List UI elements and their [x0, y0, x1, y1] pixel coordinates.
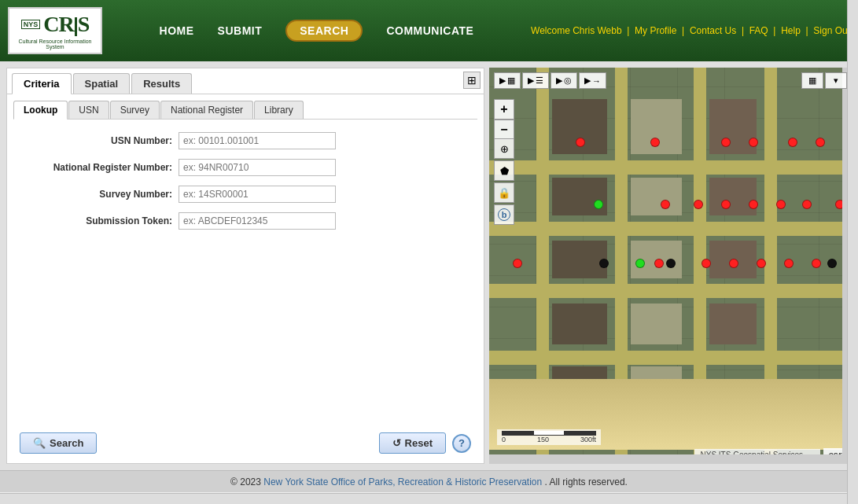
- map-dropdown-btn[interactable]: ▾: [825, 72, 847, 89]
- lookup-tab-national-register[interactable]: National Register: [160, 101, 253, 119]
- lookup-tab-library[interactable]: Library: [254, 101, 304, 119]
- marker-15[interactable]: [654, 259, 664, 268]
- survey-number-input[interactable]: [179, 186, 336, 203]
- target-icon: ◎: [564, 75, 572, 86]
- lock-tool-btn[interactable]: 🔒: [494, 182, 514, 203]
- grid-icon: ▦: [808, 75, 816, 86]
- marker-1[interactable]: [576, 138, 585, 147]
- logo: NYS CRS Cultural Resource Information Sy…: [8, 7, 102, 54]
- marker-12[interactable]: [802, 200, 812, 209]
- marker-6[interactable]: [816, 138, 825, 147]
- tab-spatial[interactable]: Spatial: [73, 73, 131, 94]
- list-arrow-icon: ▶: [528, 75, 534, 86]
- tab-criteria[interactable]: Criteria: [12, 73, 72, 94]
- panel-collapse-button[interactable]: ⊞: [463, 72, 481, 89]
- b-tool-btn[interactable]: b: [494, 204, 514, 225]
- my-profile-link[interactable]: My Profile: [635, 25, 676, 36]
- form-area: USN Number: National Register Number: Su…: [7, 120, 484, 252]
- map-scrollbar-bottom[interactable]: [489, 454, 842, 464]
- search-btn-icon: 🔍: [33, 437, 46, 449]
- footer-copyright: © 2023: [230, 476, 263, 487]
- map-toolbar: ▶ ▦ ▶ ☰ ▶ ◎ ▶ → ▦: [494, 72, 847, 89]
- tab-results[interactable]: Results: [131, 73, 192, 94]
- magnify-icon: ⊕: [500, 143, 509, 155]
- b-icon: b: [498, 208, 510, 221]
- marker-b2[interactable]: [666, 259, 676, 268]
- footer-rights: . All rights reserved.: [545, 476, 628, 487]
- map-list-btn[interactable]: ▶ ☰: [522, 72, 549, 89]
- submission-token-row: Submission Token:: [23, 212, 468, 230]
- usn-number-input[interactable]: [179, 132, 336, 149]
- map-tool-group-left: ▶ ▦ ▶ ☰ ▶ ◎ ▶ →: [494, 72, 606, 89]
- lookup-tab-survey[interactable]: Survey: [110, 101, 160, 119]
- marker-3[interactable]: [721, 138, 731, 147]
- survey-number-row: Survey Number:: [23, 186, 468, 203]
- help-button[interactable]: ?: [452, 434, 471, 453]
- marker-16[interactable]: [701, 259, 711, 268]
- map-scale: 0 150 300ft: [497, 429, 601, 445]
- marker-9[interactable]: [721, 200, 731, 209]
- map-locate-btn[interactable]: ▶ ◎: [551, 72, 577, 89]
- marker-b1[interactable]: [599, 259, 609, 268]
- building-7: [552, 241, 607, 278]
- scale-150: 150: [537, 436, 549, 443]
- collapse-icon: ⊞: [467, 74, 477, 86]
- building-6: [709, 178, 757, 215]
- marker-20[interactable]: [812, 259, 821, 268]
- scale-0: 0: [502, 436, 506, 443]
- nav-search[interactable]: SEARCH: [285, 20, 363, 42]
- submission-token-input[interactable]: [179, 212, 336, 230]
- list-lines-icon: ☰: [536, 75, 543, 86]
- zoom-in-button[interactable]: +: [494, 99, 514, 120]
- lookup-tab-lookup[interactable]: Lookup: [13, 101, 68, 120]
- national-register-input[interactable]: [179, 159, 336, 176]
- map-panel[interactable]: ▶ ▦ ▶ ☰ ▶ ◎ ▶ → ▦: [489, 68, 852, 464]
- map-background: [489, 68, 852, 464]
- marker-2[interactable]: [650, 138, 660, 147]
- outer-scrollbar-bottom[interactable]: [0, 493, 847, 504]
- sign-out-link[interactable]: Sign Out: [813, 25, 850, 36]
- scale-300: 300ft: [580, 436, 596, 443]
- map-layers-btn[interactable]: ▶ ▦: [494, 72, 521, 89]
- marker-7[interactable]: [661, 200, 670, 209]
- marker-4[interactable]: [749, 138, 758, 147]
- search-button[interactable]: 🔍 Search: [20, 432, 97, 454]
- usn-number-row: USN Number:: [23, 132, 468, 149]
- zoom-out-button[interactable]: −: [494, 120, 514, 140]
- marker-5[interactable]: [788, 138, 797, 147]
- lookup-tab-usn[interactable]: USN: [68, 101, 109, 119]
- marker-green-1[interactable]: [594, 200, 603, 209]
- polygon-tool-btn[interactable]: ⬟: [494, 160, 514, 181]
- navigate-arrow-icon: ▶: [584, 75, 591, 86]
- marker-18[interactable]: [757, 259, 766, 268]
- marker-green-2[interactable]: [635, 259, 645, 268]
- main-nav: HOME SUBMIT SEARCH COMMUNICATE: [102, 20, 531, 42]
- marker-11[interactable]: [776, 200, 786, 209]
- map-navigate-btn[interactable]: ▶ →: [579, 72, 606, 89]
- nav-home[interactable]: HOME: [160, 24, 194, 37]
- lookup-tabs: Lookup USN Survey National Register Libr…: [13, 101, 477, 120]
- outer-scrollbar-right[interactable]: [847, 0, 858, 504]
- header: NYS CRS Cultural Resource Information Sy…: [0, 0, 858, 61]
- reset-button[interactable]: ↺ Reset: [379, 432, 446, 454]
- nav-communicate[interactable]: COMMUNICATE: [386, 24, 473, 37]
- faq-link[interactable]: FAQ: [749, 25, 768, 36]
- marker-17[interactable]: [729, 259, 738, 268]
- marker-10[interactable]: [749, 200, 758, 209]
- marker-19[interactable]: [784, 259, 794, 268]
- contact-us-link[interactable]: Contact Us: [690, 25, 736, 36]
- locate-icon: ▶: [556, 75, 562, 86]
- logo-cris-text: CRS: [43, 12, 89, 37]
- map-grid-btn[interactable]: ▦: [801, 72, 823, 89]
- national-register-row: National Register Number:: [23, 159, 468, 176]
- magnify-tool-btn[interactable]: ⊕: [494, 138, 514, 159]
- marker-14[interactable]: [513, 259, 522, 268]
- layers-grid-icon: ▦: [507, 75, 515, 86]
- footer: © 2023 New York State Office of Parks, R…: [0, 470, 858, 492]
- marker-8[interactable]: [694, 200, 703, 209]
- footer-link[interactable]: New York State Office of Parks, Recreati…: [263, 476, 542, 487]
- lock-icon: 🔒: [498, 187, 510, 199]
- help-link[interactable]: Help: [781, 25, 801, 36]
- nav-submit[interactable]: SUBMIT: [218, 24, 263, 37]
- marker-b3[interactable]: [827, 259, 837, 268]
